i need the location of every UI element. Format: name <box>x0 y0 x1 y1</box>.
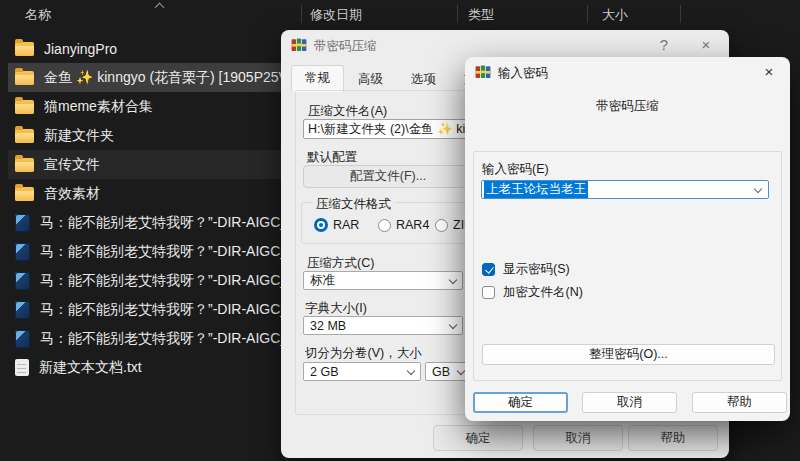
column-header-date-modified[interactable]: 修改日期 <box>310 6 362 24</box>
tab-general[interactable]: 常规 <box>291 65 344 92</box>
dictionary-size-label: 字典大小(I) <box>305 300 367 317</box>
split-volumes-label: 切分为分卷(V)，大小 <box>305 345 422 362</box>
volume-unit-value: GB <box>432 365 450 379</box>
password-dialog: 输入密码 × 带密码压缩 输入密码(E) 上老王论坛当老王 显示密码(S) 加密… <box>465 57 790 421</box>
help-button[interactable]: 帮助 <box>628 425 718 451</box>
file-name-label: 马：能不能别老艾特我呀？”-DIR-AIGC_创意 <box>40 272 316 290</box>
compress-dialog-titlebar[interactable]: 带密码压缩 ? × <box>281 30 729 60</box>
password-value-selected: 上老王论坛当老王 <box>484 181 588 198</box>
file-name-label: 宣传文件 <box>44 156 100 174</box>
compress-dialog-title: 带密码压缩 <box>314 38 377 55</box>
file-name-label: 马：能不能别老艾特我呀？”-DIR-AIGC_创意 <box>40 330 316 348</box>
sort-ascending-icon <box>155 3 165 13</box>
column-divider[interactable] <box>457 5 458 23</box>
folder-icon <box>15 100 34 114</box>
column-divider[interactable] <box>587 5 588 23</box>
chevron-down-icon <box>407 367 415 375</box>
profiles-button[interactable]: 配置文件(F)... <box>303 165 473 188</box>
video-file-icon <box>15 214 30 232</box>
video-file-icon <box>15 272 30 290</box>
enter-password-label: 输入密码(E) <box>482 161 549 178</box>
volume-size-select[interactable]: 2 GB <box>303 362 421 381</box>
text-file-icon <box>15 359 29 376</box>
password-dialog-titlebar[interactable]: 输入密码 × <box>465 57 790 87</box>
video-file-icon <box>15 243 30 261</box>
radio-rar4[interactable]: RAR4 <box>378 218 429 232</box>
file-name-label: 音效素材 <box>44 185 100 203</box>
ok-button[interactable]: 确定 <box>473 392 568 413</box>
radio-rar[interactable]: RAR <box>314 218 359 232</box>
tab-advanced[interactable]: 高级 <box>344 66 397 93</box>
winrar-icon <box>475 64 491 80</box>
chevron-down-icon <box>449 276 457 284</box>
checkbox-icon <box>482 263 495 276</box>
close-icon[interactable]: × <box>697 37 715 53</box>
video-file-icon <box>15 330 30 348</box>
column-divider[interactable] <box>301 5 302 23</box>
file-name-label: 马：能不能别老艾特我呀？”-DIR-AIGC_创意 <box>40 243 316 261</box>
screen: 名称 修改日期 类型 大小 JianyingPro 金鱼 ✨ kinngyo (… <box>0 0 800 461</box>
folder-icon <box>15 71 34 85</box>
file-name-label: 新建文件夹 <box>44 127 114 145</box>
explorer-column-header: 名称 修改日期 类型 大小 <box>0 0 800 28</box>
file-name-label: JianyingPro <box>44 41 117 57</box>
radio-dot <box>378 219 391 232</box>
column-header-size[interactable]: 大小 <box>602 6 628 24</box>
checkbox-icon <box>482 286 495 299</box>
archive-name-label: 压缩文件名(A) <box>308 103 387 120</box>
radio-rar4-label: RAR4 <box>396 218 429 232</box>
file-name-label: 马：能不能别老艾特我呀？”-DIR-AIGC_创意 <box>40 214 316 232</box>
folder-icon <box>15 42 34 56</box>
dictionary-size-select[interactable]: 32 MB <box>303 316 463 335</box>
column-header-name[interactable]: 名称 <box>25 6 51 24</box>
file-name-label: 马：能不能别老艾特我呀？”-DIR-AIGC_创意 <box>40 301 316 319</box>
chevron-down-icon <box>449 321 457 329</box>
column-header-type[interactable]: 类型 <box>468 6 494 24</box>
chevron-down-icon <box>754 185 762 193</box>
folder-icon <box>15 158 34 172</box>
compression-method-select[interactable]: 标准 <box>303 271 463 290</box>
password-input[interactable]: 上老王论坛当老王 <box>481 180 769 199</box>
folder-icon <box>15 129 34 143</box>
radio-dot <box>314 218 328 232</box>
winrar-icon <box>291 37 307 53</box>
volume-size-value: 2 GB <box>310 365 339 379</box>
column-divider[interactable] <box>680 5 681 23</box>
cancel-button[interactable]: 取消 <box>582 392 677 413</box>
password-dialog-title: 输入密码 <box>498 65 548 82</box>
file-name-label: 猫meme素材合集 <box>44 98 153 116</box>
video-file-icon <box>15 301 30 319</box>
default-profile-label: 默认配置 <box>307 149 357 166</box>
file-name-label: 新建文本文档.txt <box>39 359 142 377</box>
help-button[interactable]: ? <box>655 37 673 53</box>
organize-passwords-button[interactable]: 整理密码(O)... <box>482 344 775 365</box>
compression-method-value: 标准 <box>310 272 335 289</box>
cancel-button[interactable]: 取消 <box>533 425 623 451</box>
show-password-checkbox[interactable]: 显示密码(S) <box>482 261 570 278</box>
radio-rar-label: RAR <box>333 218 359 232</box>
tab-options[interactable]: 选项 <box>397 66 450 93</box>
help-button[interactable]: 帮助 <box>692 392 787 413</box>
encrypt-filenames-checkbox[interactable]: 加密文件名(N) <box>482 284 583 301</box>
chevron-down-icon <box>457 367 465 375</box>
folder-icon <box>15 187 34 201</box>
context-label: 带密码压缩 <box>465 98 790 115</box>
compression-method-label: 压缩方式(C) <box>307 255 374 272</box>
encrypt-filenames-label: 加密文件名(N) <box>503 284 583 301</box>
archive-format-group-label: 压缩文件格式 <box>312 196 395 213</box>
ok-button[interactable]: 确定 <box>433 425 523 451</box>
close-icon[interactable]: × <box>760 64 778 80</box>
radio-dot <box>435 219 448 232</box>
dictionary-size-value: 32 MB <box>310 319 346 333</box>
show-password-label: 显示密码(S) <box>503 261 570 278</box>
